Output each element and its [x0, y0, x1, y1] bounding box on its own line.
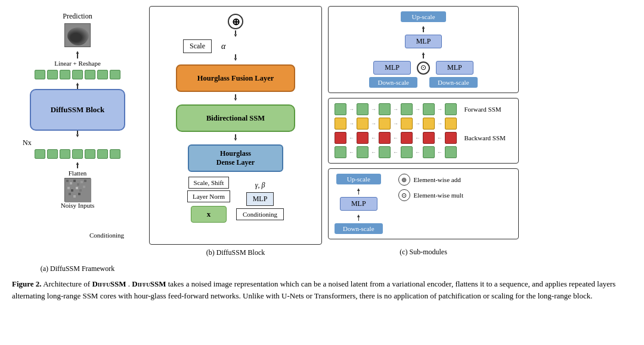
green-cell	[97, 149, 108, 159]
plus-circle-top: ⊕	[228, 14, 243, 29]
caption-brand2: DiffuSSM	[132, 279, 166, 288]
x-box: x	[191, 206, 227, 223]
svg-rect-14	[84, 180, 86, 182]
downscale-right: Down-scale	[429, 77, 478, 88]
ssm-row-bot-green: ← ← ← ← ←	[335, 146, 512, 158]
backward-ssm-label: Backward SSM	[465, 134, 506, 141]
ssm-cell	[445, 132, 457, 144]
forward-ssm-label: Forward SSM	[465, 106, 501, 113]
scale-box: Scale	[183, 39, 212, 53]
ssm-row-top: → → → → → Forward SSM	[335, 103, 512, 115]
ssm-cell	[401, 118, 413, 130]
green-cell	[60, 70, 70, 79]
arrow-predict-to-linear	[75, 50, 80, 58]
left-bottom-col: Scale, Shift Layer Norm x	[187, 177, 230, 224]
ssm-cell	[401, 103, 413, 115]
svg-point-7	[75, 40, 81, 44]
svg-rect-20	[69, 193, 71, 195]
arrow-plus-to-scale	[233, 30, 238, 38]
mlp-box-right: MLP	[436, 61, 473, 75]
svg-rect-10	[70, 182, 72, 184]
panel-c-label: (c) Sub-modules	[328, 248, 519, 257]
hourglass-dense-label: HourglassDense Layer	[216, 149, 255, 167]
svg-rect-15	[67, 187, 70, 189]
panel-b-wrapper: ⊕ Scale α Hourglass Fusion Lay	[149, 6, 322, 257]
bidirectional-ssm-label: Bidirectional SSM	[206, 114, 265, 123]
conditioning-box-b: Conditioning	[236, 208, 284, 220]
svg-point-4	[72, 35, 84, 44]
green-cell	[85, 149, 95, 159]
ssm-cell	[379, 103, 391, 115]
upscale-box-top: Up-scale	[401, 11, 445, 22]
right-bottom-col: γ, β MLP Conditioning	[236, 181, 284, 220]
arrow-to-diffussm	[75, 81, 80, 89]
svg-rect-0	[65, 24, 91, 47]
ssm-cell	[423, 118, 435, 130]
bidirectional-ssm-box: Bidirectional SSM	[176, 104, 295, 132]
green-cell	[72, 149, 83, 159]
noisy-input-image	[64, 178, 91, 202]
legend-mult: ⊙ Element-wise mult	[398, 189, 463, 201]
panel-b-label: (b) DiffuSSM Block	[206, 248, 265, 257]
svg-rect-8	[65, 178, 91, 202]
svg-point-5	[74, 35, 78, 39]
ssm-cell	[423, 132, 435, 144]
dog-image	[64, 23, 91, 47]
mlp-box-bot: MLP	[340, 197, 377, 211]
ssm-grid: → → → → → Forward SSM →	[335, 103, 512, 158]
alpha-label: α	[221, 42, 225, 51]
ssm-row-red: ← ← ← ← ← Backward SSM	[335, 132, 512, 144]
caption-brand: DiffuSSM	[92, 279, 126, 288]
green-cell	[60, 149, 70, 159]
svg-rect-13	[80, 181, 83, 183]
upscale-box-bot: Up-scale	[336, 174, 381, 184]
arrow-fusion-to-bidir	[233, 94, 238, 102]
ssm-cell	[335, 146, 346, 158]
ssm-cell	[379, 146, 391, 158]
legend-add: ⊕ Element-wise add	[398, 174, 463, 186]
svg-point-6	[79, 35, 82, 39]
noisy-inputs-label: Noisy Inputs	[61, 202, 95, 209]
panel-a: Prediction Linear + Reshape	[12, 6, 143, 257]
svg-rect-11	[73, 180, 76, 182]
scale-shift-box: Scale, Shift	[188, 177, 230, 189]
layer-norm-box: Layer Norm	[187, 190, 230, 202]
prediction-label: Prediction	[63, 12, 92, 21]
green-cell	[85, 70, 95, 79]
diffussm-block-label: DiffuSSM Block	[51, 105, 105, 115]
sub-panel-bot: Up-scale MLP Down-scale ⊕ Element-wise a…	[328, 168, 519, 239]
green-row-mid	[35, 149, 120, 159]
green-cell	[72, 70, 83, 79]
ssm-cell	[401, 132, 413, 144]
panel-a-label: (a) DiffuSSM Framework	[12, 264, 143, 273]
ssm-cell	[445, 146, 457, 158]
ssm-cell	[335, 132, 346, 144]
downscale-row: Down-scale Down-scale	[369, 77, 477, 88]
conditioning-label-a: Conditioning	[89, 232, 124, 239]
green-cell	[47, 70, 58, 79]
dot-circle: ⊙	[417, 61, 430, 75]
ssm-cell	[445, 118, 457, 130]
ssm-row-yellow: → → → → →	[335, 118, 512, 130]
nx-label: Nx	[23, 138, 32, 147]
svg-point-1	[69, 29, 88, 45]
svg-point-2	[70, 29, 79, 38]
svg-rect-22	[78, 193, 80, 195]
diagram-area: Prediction Linear + Reshape	[12, 6, 632, 257]
mlp-row-c: MLP ⊙ MLP	[373, 61, 473, 75]
svg-rect-16	[71, 189, 73, 192]
downscale-left: Down-scale	[369, 77, 417, 88]
figure-label: Figure 2.	[12, 279, 42, 288]
arrow-from-diffussm	[75, 131, 80, 138]
flatten-label: Flatten	[69, 170, 87, 177]
green-cell	[35, 149, 45, 159]
ssm-cell	[379, 132, 391, 144]
ssm-cell	[357, 103, 369, 115]
panel-labels-row: (a) DiffuSSM Framework	[12, 264, 632, 273]
green-cell	[110, 70, 120, 79]
legend-mult-label: Element-wise mult	[414, 192, 463, 199]
svg-rect-21	[73, 195, 76, 198]
svg-rect-9	[66, 180, 69, 182]
gamma-beta-label: γ, β	[255, 181, 265, 190]
green-cell	[47, 149, 58, 159]
